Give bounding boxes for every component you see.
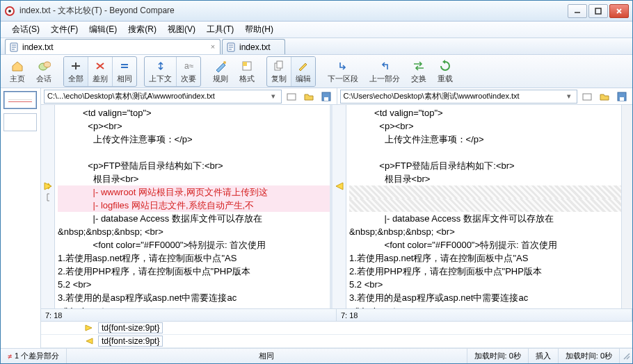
code-line[interactable]: 5.2 <br> bbox=[349, 278, 621, 291]
arrow-right-icon bbox=[43, 181, 53, 191]
code-line[interactable]: <font color="#FF0000">特别提示: 首次使用 bbox=[58, 238, 330, 251]
code-line[interactable]: 5.2 <br> bbox=[58, 278, 330, 291]
save-icon[interactable] bbox=[614, 90, 630, 104]
svg-rect-13 bbox=[287, 94, 296, 100]
code-line[interactable]: |- database Access 数据库文件可以存放在 bbox=[58, 212, 330, 225]
svg-rect-12 bbox=[277, 61, 282, 68]
doc-icon bbox=[227, 42, 237, 52]
prevpart-button[interactable]: 上一部分 bbox=[364, 56, 405, 87]
browse-folder-icon[interactable] bbox=[597, 90, 612, 104]
svg-rect-16 bbox=[583, 94, 591, 100]
left-code-pane[interactable]: <td valign="top"> <p><br> 上传文件注意事项：</p> … bbox=[55, 105, 330, 308]
menu-session[interactable]: 会话(S) bbox=[6, 22, 45, 38]
save-icon[interactable] bbox=[319, 90, 334, 104]
left-path-input[interactable]: C:\...\echo\Desktop\素材\测试A\wwwroot\index… bbox=[44, 90, 282, 104]
code-line[interactable]: &nbsp;&nbsp;&nbsp; <br> bbox=[349, 225, 621, 238]
code-line[interactable] bbox=[349, 185, 621, 199]
svg-point-6 bbox=[44, 62, 51, 67]
code-line[interactable]: 3.若使用的是asp程序或asp.net中需要连接ac bbox=[349, 291, 621, 304]
code-line[interactable]: 1.若使用asp.net程序，请在控制面板中点"AS bbox=[349, 251, 621, 265]
code-line[interactable]: 1.若使用asp.net程序，请在控制面板中点"AS bbox=[58, 251, 330, 265]
code-line[interactable]: <p><br> bbox=[349, 119, 621, 133]
status-insert: 插入 bbox=[529, 349, 559, 363]
code-line[interactable]: 根目录<br> bbox=[349, 172, 621, 185]
code-line[interactable]: |- wwwroot 网站根目录,网页文件请上传到这 bbox=[58, 185, 330, 199]
code-line[interactable]: <p><br> bbox=[58, 119, 330, 133]
swap-button[interactable]: 交换 bbox=[406, 56, 431, 87]
open-file-icon[interactable] bbox=[284, 90, 299, 104]
code-line[interactable]: <font color="#FF0000">特别提示: 首次使用 bbox=[349, 238, 621, 251]
diff-button[interactable]: 差别 bbox=[88, 57, 113, 86]
code-line[interactable]: |- logfiles 网站日志文件,系统自动产生,不 bbox=[58, 199, 330, 212]
menu-file[interactable]: 文件(F) bbox=[45, 22, 83, 38]
context-group: 上下文 a≈次要 bbox=[144, 56, 201, 87]
code-line[interactable]: &nbsp;&nbsp;&nbsp; <br> bbox=[58, 225, 330, 238]
doc-icon bbox=[10, 42, 19, 52]
code-line[interactable] bbox=[349, 199, 621, 212]
edit-button[interactable]: 编辑 bbox=[291, 57, 315, 86]
context-button[interactable]: 上下文 bbox=[145, 57, 177, 86]
reload-button[interactable]: 重载 bbox=[433, 56, 458, 87]
code-line[interactable]: <td valign="top"> bbox=[349, 106, 621, 119]
close-button[interactable] bbox=[609, 4, 629, 18]
same-button[interactable]: 相同 bbox=[113, 57, 136, 86]
browse-folder-icon[interactable] bbox=[301, 90, 316, 104]
menu-help[interactable]: 帮助(H) bbox=[239, 22, 279, 38]
tab-left-file[interactable]: index.txt × bbox=[5, 39, 221, 54]
code-line[interactable]: </blockquote> bbox=[349, 304, 621, 308]
right-cursor-pos: 7: 18 bbox=[337, 309, 632, 321]
code-line[interactable]: 上传文件注意事项：</p> bbox=[349, 133, 621, 146]
code-line[interactable]: 2.若使用PHP程序，请在控制面板中点"PHP版本 bbox=[58, 265, 330, 278]
statusbar: ≠1 个差异部分 相同 加载时间: 0秒 插入 加载时间: 0秒 bbox=[1, 348, 632, 363]
tab-label: index.txt bbox=[239, 42, 271, 52]
menu-view[interactable]: 视图(V) bbox=[162, 22, 201, 38]
detail-line-bottom: td{font-size:9pt} bbox=[41, 335, 632, 348]
thumbnail[interactable] bbox=[3, 113, 37, 131]
chevron-down-icon[interactable]: ▾ bbox=[269, 92, 278, 101]
close-icon[interactable]: × bbox=[209, 42, 217, 51]
right-code-pane[interactable]: <td valign="top"> <p><br> 上传文件注意事项：</p> … bbox=[346, 105, 621, 308]
tab-right-file[interactable]: index.txt bbox=[222, 39, 285, 54]
copy-button[interactable]: 复制 bbox=[267, 57, 291, 86]
right-path-input[interactable]: C:\Users\echo\Desktop\素材\测试\wwwroot\inde… bbox=[340, 90, 578, 104]
svg-rect-15 bbox=[324, 97, 328, 101]
svg-rect-18 bbox=[620, 97, 624, 101]
format-button[interactable]: 格式 bbox=[234, 56, 259, 87]
filter-group: 全部 差别 相同 bbox=[63, 56, 137, 87]
code-line[interactable]: <p>FTP登陆后目录结构如下:<br> bbox=[349, 159, 621, 172]
svg-point-1 bbox=[8, 10, 11, 13]
rules-button[interactable]: 规则 bbox=[208, 56, 233, 87]
code-line[interactable]: 根目录<br> bbox=[58, 172, 330, 185]
left-gutter bbox=[41, 105, 55, 308]
minimize-button[interactable] bbox=[568, 4, 587, 18]
code-line[interactable]: |- database Access 数据库文件可以存放在 bbox=[349, 212, 621, 225]
menu-tools[interactable]: 工具(T) bbox=[201, 22, 239, 38]
thumbnail[interactable] bbox=[3, 91, 37, 109]
left-cursor-pos: 7: 18 bbox=[41, 309, 337, 321]
code-line[interactable] bbox=[58, 146, 330, 159]
arrow-right-icon bbox=[83, 324, 95, 331]
code-line[interactable]: </blockquote> bbox=[58, 304, 330, 308]
code-line[interactable] bbox=[349, 146, 621, 159]
vertical-scrollbar[interactable] bbox=[621, 105, 632, 308]
minor-button[interactable]: a≈次要 bbox=[177, 57, 200, 86]
titlebar: index.txt - 文本比较(T) - Beyond Compare bbox=[1, 1, 632, 22]
maximize-button[interactable] bbox=[588, 4, 608, 18]
code-line[interactable]: <p>FTP登陆后目录结构如下:<br> bbox=[58, 159, 330, 172]
status-same: 相同 bbox=[67, 349, 467, 363]
resize-grip[interactable] bbox=[620, 351, 632, 362]
home-button[interactable]: 主页 bbox=[5, 56, 30, 87]
open-file-icon[interactable] bbox=[579, 90, 595, 104]
menu-edit[interactable]: 编辑(E) bbox=[83, 22, 122, 38]
code-line[interactable]: 3.若使用的是asp程序或asp.net中需要连接ac bbox=[58, 291, 330, 304]
nextsection-button[interactable]: 下一区段 bbox=[323, 56, 363, 87]
tabbar: index.txt × index.txt bbox=[1, 38, 632, 55]
session-button[interactable]: 会话 bbox=[31, 56, 56, 87]
code-line[interactable]: <td valign="top"> bbox=[58, 106, 330, 119]
chevron-down-icon[interactable]: ▾ bbox=[564, 92, 574, 101]
all-button[interactable]: 全部 bbox=[64, 57, 88, 86]
menu-search[interactable]: 搜索(R) bbox=[122, 22, 162, 38]
status-diff: ≠1 个差异部分 bbox=[1, 349, 67, 363]
code-line[interactable]: 2.若使用PHP程序，请在控制面板中点"PHP版本 bbox=[349, 265, 621, 278]
code-line[interactable]: 上传文件注意事项：</p> bbox=[58, 133, 330, 146]
